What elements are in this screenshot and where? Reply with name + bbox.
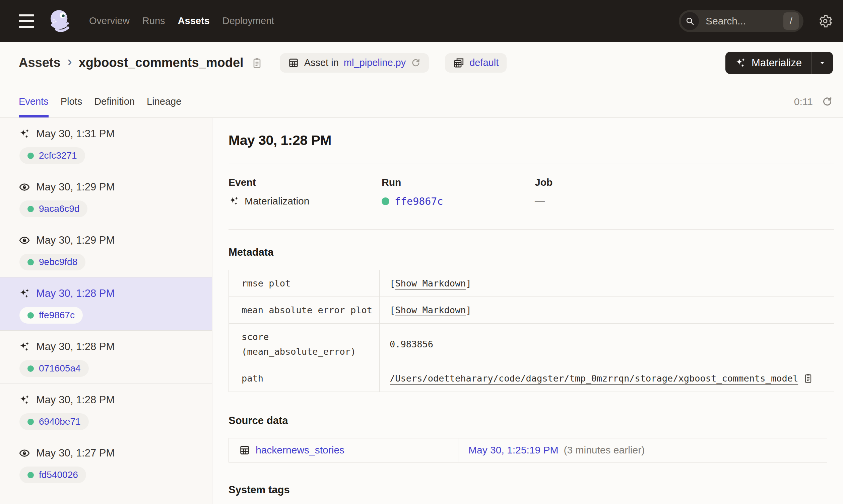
run-status-dot — [28, 472, 34, 478]
event-list-item[interactable]: May 30, 1:28 PM6940be71 — [0, 384, 212, 437]
materialization-sparkle-icon — [19, 128, 30, 140]
run-status-dot — [28, 206, 34, 212]
top-nav-bar: OverviewRunsAssetsDeployment Search... / — [0, 0, 843, 42]
gear-icon[interactable] — [818, 13, 833, 29]
run-status-dot — [28, 152, 34, 159]
materialize-split-button: Materialize — [725, 52, 833, 74]
metadata-table: rmse plot[Show Markdown]mean_absolute_er… — [228, 270, 834, 392]
show-markdown-link[interactable]: Show Markdown — [395, 305, 466, 315]
asset-tabs: EventsPlotsDefinitionLineage — [19, 96, 181, 118]
run-id-pill[interactable]: 6940be71 — [19, 413, 89, 430]
event-list-item[interactable]: May 30, 1:27 PMfd540026 — [0, 437, 212, 490]
materialization-sparkle-icon — [19, 394, 30, 406]
nav-item-runs[interactable]: Runs — [142, 15, 165, 26]
metadata-row: mean_absolute_error plot[Show Markdown] — [229, 297, 834, 324]
event-time: May 30, 1:29 PM — [36, 234, 115, 246]
observation-eye-icon — [19, 447, 30, 459]
job-column: Job — — [535, 177, 688, 207]
run-id-link[interactable]: ffe9867c — [395, 195, 443, 207]
materialize-dropdown-button[interactable] — [811, 52, 833, 74]
materialization-sparkle-icon — [19, 341, 30, 353]
source-asset-link[interactable]: hackernews_stories — [256, 445, 344, 456]
run-id-pill[interactable]: 2cfc3271 — [19, 147, 85, 164]
asset-location-badge: Asset in ml_pipeline.py — [280, 53, 429, 73]
tab-lineage[interactable]: Lineage — [147, 96, 181, 118]
event-detail-panel: May 30, 1:28 PM Event Materialization — [212, 118, 843, 504]
run-id-pill[interactable]: 9aca6c9d — [19, 200, 87, 217]
metadata-key: mean_absolute_error plot — [229, 297, 380, 324]
run-id-link[interactable]: 6940be71 — [39, 416, 81, 427]
reload-location-icon[interactable] — [411, 58, 421, 68]
run-id-link[interactable]: 2cfc3271 — [39, 150, 77, 161]
event-list-item[interactable]: May 30, 1:31 PM2cfc3271 — [0, 118, 212, 171]
breadcrumb-row: Assets › xgboost_comments_model Asset in… — [0, 42, 843, 84]
asset-tabs-row: EventsPlotsDefinitionLineage 0:11 — [0, 84, 843, 118]
source-timestamp-link[interactable]: May 30, 1:25:19 PM — [468, 445, 558, 456]
event-time: May 30, 1:28 PM — [36, 394, 115, 406]
event-summary-columns: Event Materialization Run ffe98 — [228, 164, 834, 229]
sparkle-icon — [735, 57, 746, 69]
run-id-pill[interactable]: 071605a4 — [19, 360, 89, 377]
refresh-timer: 0:11 — [794, 96, 833, 118]
copy-path-icon[interactable] — [803, 373, 813, 383]
refresh-countdown: 0:11 — [794, 96, 813, 107]
asset-location-file-link[interactable]: ml_pipeline.py — [344, 57, 406, 68]
copy-asset-name-icon[interactable] — [251, 57, 263, 69]
materialization-sparkle-icon — [19, 288, 30, 299]
tab-events[interactable]: Events — [19, 96, 49, 118]
dagster-app: OverviewRunsAssetsDeployment Search... /… — [0, 0, 843, 504]
run-id-link[interactable]: 9ebc9fd8 — [39, 257, 78, 267]
event-list-item[interactable]: May 30, 1:29 PM9ebc9fd8 — [0, 224, 212, 277]
asset-group-link[interactable]: default — [469, 57, 499, 68]
event-list-item[interactable]: May 30, 1:29 PM9aca6c9d — [0, 171, 212, 224]
path-link[interactable]: /Users/odetteharary/code/dagster/tmp_0mz… — [390, 373, 798, 383]
nav-item-deployment[interactable]: Deployment — [222, 15, 274, 26]
materialization-sparkle-icon — [228, 196, 239, 206]
content-area: May 30, 1:31 PM2cfc3271May 30, 1:29 PM9a… — [0, 118, 843, 504]
nav-item-overview[interactable]: Overview — [89, 15, 130, 26]
dagster-logo[interactable] — [48, 7, 74, 35]
event-type-value: Materialization — [228, 195, 382, 207]
event-time: May 30, 1:29 PM — [36, 181, 115, 193]
show-markdown-link[interactable]: Show Markdown — [395, 278, 466, 288]
source-relative-time: (3 minutes earlier) — [564, 445, 644, 456]
refresh-icon[interactable] — [822, 96, 833, 107]
event-time: May 30, 1:31 PM — [36, 128, 115, 140]
event-time: May 30, 1:27 PM — [36, 447, 115, 459]
hamburger-menu-icon[interactable] — [19, 14, 34, 28]
code-location-grid-icon — [453, 57, 464, 69]
breadcrumb-separator: › — [67, 55, 72, 69]
materialize-button[interactable]: Materialize — [725, 52, 811, 74]
event-type-text: Materialization — [245, 195, 309, 207]
event-time: May 30, 1:28 PM — [36, 341, 115, 353]
observation-eye-icon — [19, 181, 30, 193]
run-id-pill[interactable]: ffe9867c — [19, 307, 83, 324]
tab-definition[interactable]: Definition — [94, 96, 135, 118]
breadcrumb-assets-link[interactable]: Assets — [19, 56, 61, 70]
job-empty-value: — — [535, 195, 545, 207]
nav-item-assets[interactable]: Assets — [178, 15, 210, 26]
source-data-heading: Source data — [228, 415, 834, 427]
run-status-dot — [28, 312, 34, 319]
run-status-dot — [382, 197, 389, 205]
search-shortcut-badge: / — [784, 12, 799, 30]
run-id-link[interactable]: 9aca6c9d — [39, 203, 80, 214]
asset-grid-icon — [239, 445, 250, 456]
run-id-link[interactable]: ffe9867c — [39, 310, 75, 321]
top-nav-links: OverviewRunsAssetsDeployment — [89, 15, 274, 26]
tab-plots[interactable]: Plots — [61, 96, 82, 118]
metadata-key: rmse plot — [229, 270, 380, 297]
run-id-pill[interactable]: fd540026 — [19, 467, 86, 483]
run-id-link[interactable]: fd540026 — [39, 470, 78, 480]
run-value: ffe9867c — [382, 195, 535, 207]
page-title-asset-name: xgboost_comments_model — [79, 56, 244, 70]
run-id-link[interactable]: 071605a4 — [39, 363, 81, 374]
run-status-dot — [28, 259, 34, 265]
run-id-pill[interactable]: 9ebc9fd8 — [19, 254, 85, 270]
run-column: Run ffe9867c — [382, 177, 535, 207]
run-status-dot — [28, 365, 34, 372]
event-list-item[interactable]: May 30, 1:28 PMffe9867c — [0, 277, 212, 331]
search-input[interactable]: Search... / — [679, 10, 804, 32]
run-status-dot — [28, 419, 34, 425]
event-list-item[interactable]: May 30, 1:28 PM071605a4 — [0, 331, 212, 384]
